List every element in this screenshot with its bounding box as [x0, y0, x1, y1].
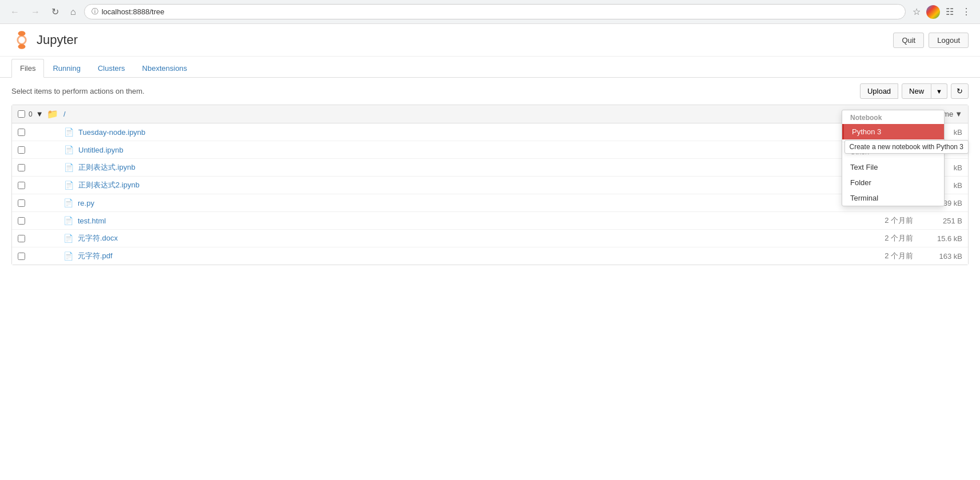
path-area: /	[63, 110, 933, 118]
tab-nbextensions[interactable]: Nbextensions	[134, 59, 196, 78]
new-button[interactable]: New	[902, 83, 931, 99]
notebook-icon: 📄	[63, 162, 74, 173]
table-row: 📄 元字符.docx 2 个月前 15.6 kB	[12, 230, 968, 247]
profile-icon[interactable]	[926, 5, 940, 19]
table-row: 📄 元字符.pdf 2 个月前 163 kB	[12, 247, 968, 265]
path-text: /	[63, 110, 66, 118]
new-dropdown-button[interactable]: ▼	[931, 83, 947, 99]
table-row: 📄 Untitled.ipynb kB	[12, 141, 968, 159]
select-message: Select items to perform actions on them.	[11, 87, 145, 95]
select-all-checkbox[interactable]	[18, 110, 25, 118]
row-checkbox[interactable]	[18, 253, 25, 260]
bookmark-button[interactable]: ☆	[910, 4, 923, 19]
refresh-button[interactable]: ↻	[951, 83, 969, 99]
notebook-icon: 📄	[63, 127, 74, 137]
file-icon: 📄	[63, 198, 73, 207]
logout-button[interactable]: Logout	[929, 33, 969, 48]
security-icon: ⓘ	[91, 7, 98, 17]
tab-files[interactable]: Files	[11, 59, 44, 78]
url-text: localhost:8888/tree	[102, 7, 165, 16]
back-button[interactable]: ←	[7, 6, 23, 18]
row-checkbox[interactable]	[18, 182, 25, 189]
table-row: 📄 re.py 1 年前 4.39 kB	[12, 194, 968, 212]
tabs-bar: Files Running Clusters Nbextensions	[0, 59, 980, 78]
tab-running[interactable]: Running	[44, 59, 89, 78]
selected-count: 0	[29, 110, 33, 118]
file-link[interactable]: 元字符.pdf	[78, 251, 113, 261]
file-link[interactable]: 元字符.docx	[78, 233, 118, 243]
row-checkbox[interactable]	[18, 129, 25, 136]
jupyter-logo: Jupyter	[11, 30, 78, 50]
file-icon: 📄	[63, 251, 73, 261]
file-date: 2 个月前	[862, 215, 913, 226]
table-row: 📄 正则表达式.ipynb kB	[12, 159, 968, 177]
file-link[interactable]: Tuesday-node.ipynb	[78, 128, 145, 137]
row-checkbox[interactable]	[18, 199, 25, 207]
terminal-menu-item[interactable]: Terminal	[842, 190, 944, 206]
file-link[interactable]: 正则表达式2.ipynb	[78, 180, 140, 190]
table-row: 📄 Tuesday-node.ipynb kB	[12, 123, 968, 141]
header-buttons: Quit Logout	[893, 33, 969, 48]
home-button[interactable]: ⌂	[67, 6, 79, 18]
file-size: 163 kB	[922, 252, 962, 261]
menu-button[interactable]: ⋮	[959, 4, 973, 19]
browser-chrome: ← → ↻ ⌂ ⓘ localhost:8888/tree ☆ ☷ ⋮	[0, 0, 980, 24]
folder-menu-item[interactable]: Folder	[842, 175, 944, 190]
row-checkbox[interactable]	[18, 217, 25, 225]
file-link[interactable]: 正则表达式.ipynb	[78, 162, 136, 173]
dropdown-arrow[interactable]: ▼	[36, 110, 43, 118]
file-icon: 📄	[63, 234, 73, 243]
tab-clusters[interactable]: Clusters	[89, 59, 134, 78]
file-list-container: 0 ▼ 📁 / Name ▼ 📄 Tuesday-node.ipynb kB 📄…	[11, 105, 969, 265]
table-row: 📄 test.html 2 个月前 251 B	[12, 212, 968, 230]
new-btn-group: New ▼	[902, 83, 947, 99]
file-date: 2 个月前	[862, 233, 913, 243]
notebook-icon-green: 📄	[63, 180, 74, 190]
file-link[interactable]: test.html	[78, 217, 106, 225]
text-file-menu-item[interactable]: Text File	[842, 159, 944, 175]
toolbar: Select items to perform actions on them.…	[0, 78, 980, 105]
file-date: 2 个月前	[862, 251, 913, 261]
header-checkbox-area: 0 ▼ 📁	[18, 109, 63, 119]
upload-button[interactable]: Upload	[860, 83, 898, 99]
file-link[interactable]: Untitled.ipynb	[78, 146, 124, 154]
file-size: 251 B	[922, 217, 962, 225]
browser-actions: ☆ ☷ ⋮	[910, 4, 973, 19]
file-list-header: 0 ▼ 📁 / Name ▼	[12, 105, 968, 123]
jupyter-logo-svg	[11, 30, 32, 50]
folder-icon: 📁	[47, 109, 58, 119]
quit-button[interactable]: Quit	[893, 33, 924, 48]
reload-button[interactable]: ↻	[48, 5, 62, 18]
new-dropdown-menu: Notebook Python 3 Other: Text File Folde…	[842, 110, 945, 206]
python3-tooltip: Create a new notebook with Python 3	[844, 140, 969, 154]
app-header: Jupyter Quit Logout	[0, 24, 980, 57]
file-link[interactable]: re.py	[78, 199, 94, 207]
row-checkbox[interactable]	[18, 164, 25, 171]
notebook-icon: 📄	[63, 145, 74, 155]
toolbar-right: Upload New ▼ ↻	[860, 83, 969, 99]
file-size: 15.6 kB	[922, 234, 962, 243]
python3-menu-item[interactable]: Python 3	[842, 124, 944, 139]
svg-point-2	[18, 36, 26, 44]
file-icon: 📄	[63, 216, 73, 225]
forward-button[interactable]: →	[27, 6, 43, 18]
address-bar[interactable]: ⓘ localhost:8888/tree	[84, 4, 906, 19]
row-checkbox[interactable]	[18, 235, 25, 242]
table-row: 📄 正则表达式2.ipynb kB	[12, 177, 968, 194]
notebook-section-label: Notebook	[842, 110, 944, 124]
app-title: Jupyter	[37, 33, 78, 47]
sort-icon: ▼	[955, 110, 962, 118]
row-checkbox[interactable]	[18, 146, 25, 154]
extensions-button[interactable]: ☷	[943, 4, 956, 19]
